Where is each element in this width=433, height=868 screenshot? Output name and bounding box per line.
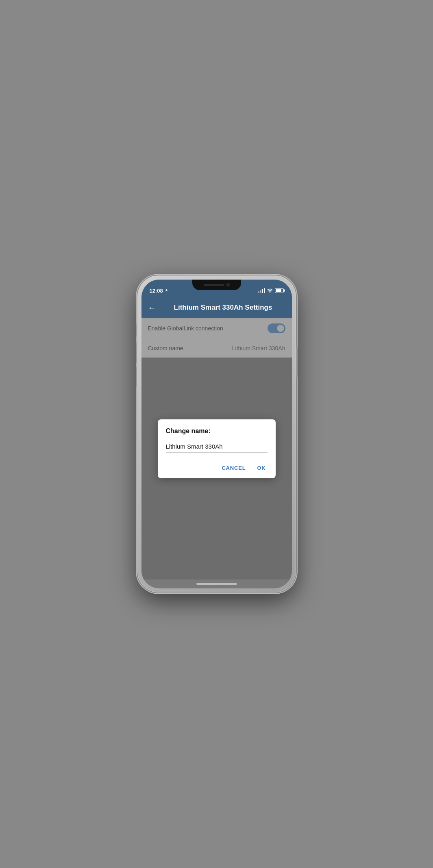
- name-input[interactable]: [166, 441, 268, 453]
- location-icon: [165, 289, 168, 293]
- notch: [192, 280, 241, 290]
- status-time: 12:08: [150, 288, 168, 294]
- status-indicators: [258, 288, 284, 293]
- back-button[interactable]: ←: [148, 304, 156, 312]
- dialog-actions: CANCEL OK: [166, 461, 268, 473]
- svg-point-0: [270, 292, 270, 293]
- wifi-icon: [267, 289, 273, 293]
- dialog-input-wrapper: [166, 441, 268, 453]
- dialog-title: Change name:: [166, 427, 268, 435]
- volume-down-button[interactable]: [136, 367, 137, 387]
- home-indicator: [141, 579, 292, 588]
- volume-up-button[interactable]: [136, 343, 137, 363]
- phone-screen: 12:08: [141, 280, 292, 588]
- front-camera: [226, 283, 230, 286]
- change-name-dialog: Change name: CANCEL OK: [158, 419, 276, 478]
- cancel-button[interactable]: CANCEL: [220, 462, 247, 473]
- mute-button[interactable]: [136, 324, 137, 336]
- home-bar: [196, 583, 237, 585]
- ok-button[interactable]: OK: [255, 462, 267, 473]
- content-area: Enable GlobalLink connection Custom name…: [141, 318, 292, 579]
- phone-frame: 12:08: [137, 276, 296, 592]
- app-header: ← Lithium Smart 330Ah Settings: [141, 297, 292, 318]
- dialog-overlay: Change name: CANCEL OK: [141, 318, 292, 579]
- power-button[interactable]: [296, 347, 298, 377]
- speaker: [204, 284, 224, 286]
- page-title: Lithium Smart 330Ah Settings: [161, 304, 285, 312]
- signal-icon: [258, 288, 265, 293]
- time-display: 12:08: [150, 288, 163, 294]
- battery-icon: [275, 288, 284, 293]
